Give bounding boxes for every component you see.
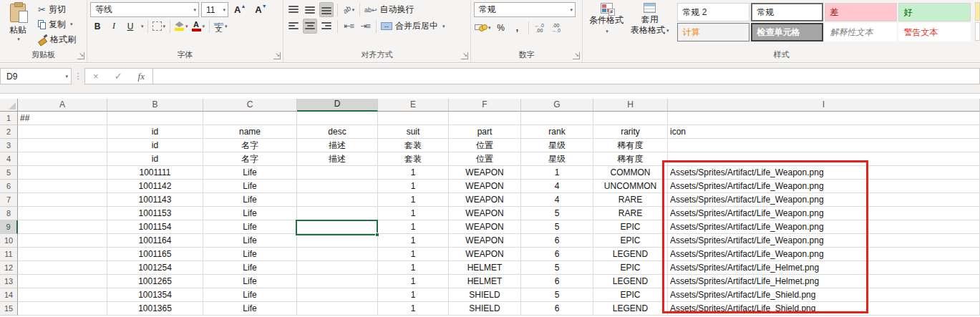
cell-D3[interactable]: 描述 <box>297 139 378 152</box>
cell-D12[interactable] <box>297 261 378 275</box>
row-header-6[interactable]: 6 <box>0 180 18 193</box>
cell-I13[interactable]: Assets/Sprites/Artifact/Life_Helmet.png <box>668 275 980 288</box>
cell-I11[interactable]: Assets/Sprites/Artifact/Life_Weapon.png <box>668 248 980 261</box>
cell-E4[interactable]: 套装 <box>378 152 449 166</box>
cell-H9[interactable]: EPIC <box>593 220 668 234</box>
cell-H2[interactable]: rarity <box>593 125 668 139</box>
cell-E6[interactable]: 1 <box>378 180 449 193</box>
align-right-button[interactable] <box>319 19 334 34</box>
cell-H7[interactable]: RARE <box>593 193 668 207</box>
style-check-cell[interactable]: 检查单元格 <box>751 23 823 42</box>
wrap-text-button[interactable]: ab↩ 自动换行 <box>364 2 415 17</box>
align-bottom-button[interactable] <box>319 2 334 17</box>
cell-A4[interactable] <box>18 152 107 166</box>
decrease-indent-button[interactable]: ⇤≡ <box>341 19 356 34</box>
comma-style-button[interactable]: , <box>510 20 525 35</box>
align-center-button[interactable] <box>303 19 317 34</box>
cell-I8[interactable]: Assets/Sprites/Artifact/Life_Weapon.png <box>668 207 980 220</box>
cell-D14[interactable] <box>297 288 378 302</box>
cell-A9[interactable] <box>18 220 107 234</box>
copy-button[interactable]: 复制 ▾ <box>36 17 78 31</box>
increase-indent-button[interactable]: ⇥≡ <box>358 19 372 34</box>
row-header-14[interactable]: 14 <box>0 288 18 302</box>
cell-I1[interactable] <box>668 112 980 125</box>
cell-A8[interactable] <box>18 207 107 220</box>
enter-icon[interactable]: ✓ <box>115 71 122 82</box>
cell-B4[interactable]: id <box>107 152 203 166</box>
cell-B15[interactable]: 1001365 <box>107 302 203 316</box>
row-header-4[interactable]: 4 <box>0 152 18 166</box>
cell-D11[interactable] <box>297 248 378 261</box>
cell-D4[interactable]: 描述 <box>297 152 378 166</box>
cell-B1[interactable] <box>107 112 203 125</box>
row-header-3[interactable]: 3 <box>0 139 18 152</box>
cell-H12[interactable]: EPIC <box>593 261 668 275</box>
cell-E7[interactable]: 1 <box>378 193 449 207</box>
cell-F12[interactable]: HELMET <box>449 261 521 275</box>
cell-F1[interactable] <box>449 112 521 125</box>
cell-H4[interactable]: 稀有度 <box>593 152 668 166</box>
cell-E5[interactable]: 1 <box>378 166 449 180</box>
style-good[interactable]: 好 <box>898 3 971 21</box>
formula-bar-input[interactable] <box>153 68 980 84</box>
cell-E10[interactable]: 1 <box>378 234 449 248</box>
cell-E13[interactable]: 1 <box>378 275 449 288</box>
style-calculation[interactable]: 计算 <box>677 23 749 42</box>
cell-C3[interactable]: 名字 <box>203 139 297 152</box>
column-header-G[interactable]: G <box>521 99 593 112</box>
row-header-13[interactable]: 13 <box>0 275 18 288</box>
cell-C1[interactable] <box>203 112 297 125</box>
cell-B11[interactable]: 1001165 <box>107 248 203 261</box>
cell-C9[interactable]: Life <box>203 220 297 234</box>
cell-H8[interactable]: RARE <box>593 207 668 220</box>
cell-C11[interactable]: Life <box>203 248 297 261</box>
cell-C2[interactable]: name <box>203 125 297 139</box>
cell-F9[interactable]: WEAPON <box>449 220 521 234</box>
cell-G13[interactable]: 6 <box>521 275 593 288</box>
cell-E14[interactable]: 1 <box>378 288 449 302</box>
cell-C7[interactable]: Life <box>203 193 297 207</box>
chevron-down-icon[interactable]: ▾ <box>141 24 144 29</box>
cell-D9[interactable] <box>297 220 378 234</box>
cell-E11[interactable]: 1 <box>378 248 449 261</box>
cell-G6[interactable]: 4 <box>521 180 593 193</box>
cell-E8[interactable]: 1 <box>378 207 449 220</box>
cell-A3[interactable] <box>18 139 107 152</box>
style-normal[interactable]: 常规 <box>751 3 823 21</box>
percent-style-button[interactable]: % <box>494 20 508 35</box>
cell-H3[interactable]: 稀有度 <box>593 139 668 152</box>
bold-button[interactable]: B <box>90 19 105 34</box>
cell-C10[interactable]: Life <box>203 234 297 248</box>
cell-F11[interactable]: WEAPON <box>449 248 521 261</box>
paste-button[interactable]: 粘贴 ▾ <box>3 2 33 49</box>
cell-B8[interactable]: 1001153 <box>107 207 203 220</box>
row-header-8[interactable]: 8 <box>0 207 18 220</box>
cell-G15[interactable]: 6 <box>521 302 593 316</box>
dialog-launcher-icon[interactable]: ↘ <box>461 52 468 59</box>
cell-A7[interactable] <box>18 193 107 207</box>
format-painter-button[interactable]: 格式刷 <box>36 32 78 47</box>
row-header-7[interactable]: 7 <box>0 193 18 207</box>
cell-B14[interactable]: 1001354 <box>107 288 203 302</box>
cell-B6[interactable]: 1001142 <box>107 180 203 193</box>
row-header-15[interactable]: 15 <box>0 302 18 316</box>
cell-C12[interactable]: Life <box>203 261 297 275</box>
style-partial[interactable] <box>975 22 980 41</box>
fill-color-button[interactable]: ▾ <box>174 19 189 34</box>
cell-F2[interactable]: part <box>449 125 521 139</box>
conditional-formatting-button[interactable]: ≠ 条件格式 ▾ <box>586 2 627 49</box>
row-header-1[interactable]: 1 <box>0 112 18 125</box>
cell-A12[interactable] <box>18 261 107 275</box>
dialog-launcher-icon[interactable]: ↘ <box>77 52 84 59</box>
cell-F7[interactable]: WEAPON <box>449 193 521 207</box>
cell-I10[interactable]: Assets/Sprites/Artifact/Life_Weapon.png <box>668 234 980 248</box>
cell-G5[interactable]: 1 <box>521 166 593 180</box>
cell-D13[interactable] <box>297 275 378 288</box>
cancel-icon[interactable]: × <box>93 71 99 82</box>
font-color-button[interactable]: A ▾ <box>191 19 206 34</box>
name-box[interactable]: D9 ▾ <box>0 68 72 84</box>
cell-A6[interactable] <box>18 180 107 193</box>
cell-C13[interactable]: Life <box>203 275 297 288</box>
cell-I3[interactable] <box>668 139 980 152</box>
cell-E3[interactable]: 套装 <box>378 139 449 152</box>
